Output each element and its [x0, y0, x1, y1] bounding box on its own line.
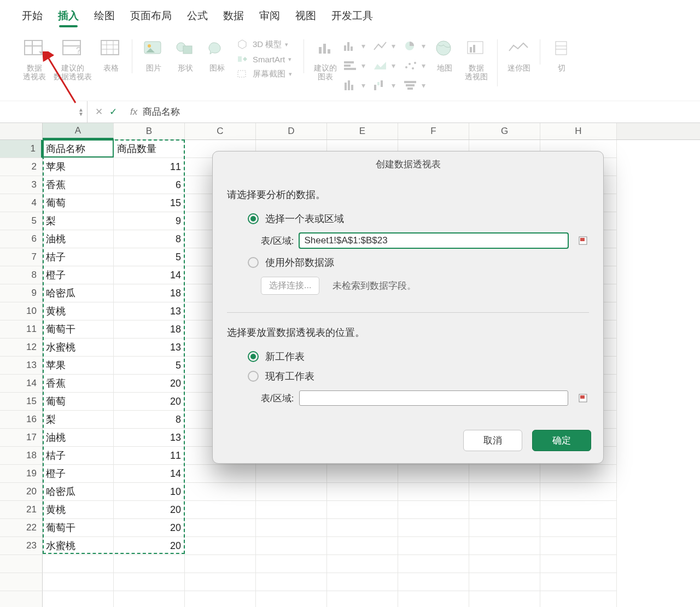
cell[interactable]: 20	[114, 501, 185, 519]
row-header[interactable]: 19	[0, 465, 43, 483]
cell[interactable]: 水蜜桃	[43, 338, 114, 357]
cell[interactable]	[469, 519, 540, 537]
cell[interactable]: 15	[114, 194, 185, 212]
collapse-dialog-icon[interactable]	[577, 235, 589, 247]
cell[interactable]: 香蕉	[43, 176, 114, 194]
radio-select-range[interactable]	[248, 213, 259, 224]
radio-new-sheet[interactable]	[248, 351, 259, 362]
column-header-C[interactable]: C	[185, 123, 256, 139]
tab-data[interactable]: 数据	[223, 9, 244, 27]
name-box[interactable]: ▲▼	[0, 101, 88, 122]
row-header[interactable]: 17	[0, 429, 43, 447]
column-header-H[interactable]: H	[540, 123, 617, 139]
radio-external-source[interactable]	[248, 257, 259, 268]
cell[interactable]: 18	[114, 320, 185, 338]
funnel-icon[interactable]: ▾	[402, 78, 427, 93]
map-button[interactable]: 地图	[429, 36, 460, 72]
cell[interactable]	[327, 483, 398, 501]
cell[interactable]	[185, 483, 256, 501]
cell[interactable]	[540, 465, 617, 483]
cell[interactable]: 商品数量	[114, 140, 185, 158]
cell[interactable]: 葡萄	[43, 393, 114, 411]
cell[interactable]: 桔子	[43, 248, 114, 266]
cell[interactable]: 苹果	[43, 357, 114, 375]
cell[interactable]	[185, 501, 256, 519]
cell[interactable]	[398, 519, 469, 537]
cell[interactable]	[540, 537, 617, 555]
row-header[interactable]: 23	[0, 537, 43, 555]
cell[interactable]	[256, 537, 327, 555]
hist-chart-icon[interactable]: ▾	[341, 78, 366, 93]
row-header[interactable]: 18	[0, 447, 43, 465]
cell[interactable]	[469, 465, 540, 483]
cell[interactable]: 20	[114, 375, 185, 393]
scatter-chart-icon[interactable]: ▾	[402, 58, 427, 73]
column-header-B[interactable]: B	[114, 123, 185, 139]
cell[interactable]	[398, 465, 469, 483]
cell[interactable]	[398, 483, 469, 501]
cell[interactable]: 14	[114, 465, 185, 483]
cell[interactable]: 5	[114, 248, 185, 266]
rec-pivottable-button[interactable]: ? 建议的 数据透视表	[50, 36, 95, 81]
cell[interactable]	[327, 519, 398, 537]
line-chart-icon[interactable]: ▾	[371, 38, 396, 54]
cell[interactable]: 梨	[43, 411, 114, 429]
column-header-D[interactable]: D	[256, 123, 327, 139]
cell[interactable]	[185, 465, 256, 483]
column-header-F[interactable]: F	[398, 123, 469, 139]
cell[interactable]: 商品名称	[43, 140, 114, 158]
tab-view[interactable]: 视图	[295, 9, 316, 27]
row-header[interactable]: 13	[0, 357, 43, 375]
row-header[interactable]: 20	[0, 483, 43, 501]
rec-chart-button[interactable]: 建议的 图表	[310, 36, 341, 81]
row-header[interactable]: 5	[0, 212, 43, 230]
pivotchart-button[interactable]: 数据 透视图	[460, 36, 492, 81]
cell[interactable]: 葡萄干	[43, 519, 114, 537]
cell[interactable]: 20	[114, 537, 185, 555]
row-header[interactable]: 9	[0, 284, 43, 302]
cell[interactable]: 葡萄干	[43, 320, 114, 338]
cell[interactable]: 橙子	[43, 266, 114, 284]
cell[interactable]: 油桃	[43, 429, 114, 447]
sparkline-button[interactable]: 迷你图	[503, 36, 535, 72]
cell[interactable]: 香蕉	[43, 375, 114, 393]
cell[interactable]: 哈密瓜	[43, 483, 114, 501]
shapes-button[interactable]: 形状	[170, 36, 201, 72]
cell[interactable]: 油桃	[43, 230, 114, 248]
cell[interactable]: 梨	[43, 212, 114, 230]
cell[interactable]: 8	[114, 230, 185, 248]
cell[interactable]: 水蜜桃	[43, 537, 114, 555]
cell[interactable]: 18	[114, 284, 185, 302]
pivottable-button[interactable]: 数据 透视表	[19, 36, 50, 81]
tab-layout[interactable]: 页面布局	[130, 9, 172, 27]
cell[interactable]	[256, 465, 327, 483]
slicer-button[interactable]: 切	[546, 36, 578, 72]
row-header[interactable]: 12	[0, 338, 43, 357]
row-header[interactable]: 22	[0, 519, 43, 537]
bar-chart-icon[interactable]: ▾	[341, 38, 366, 54]
cell[interactable]	[398, 501, 469, 519]
column-header-A[interactable]: A	[43, 123, 114, 139]
cancel-button[interactable]: 取消	[463, 430, 522, 451]
row-header[interactable]: 3	[0, 176, 43, 194]
picture-button[interactable]: 图片	[138, 36, 170, 72]
fx-label[interactable]: fx	[125, 107, 143, 118]
area-chart-icon[interactable]: ▾	[371, 58, 396, 73]
row-header[interactable]: 1	[0, 140, 43, 158]
cell[interactable]: 13	[114, 338, 185, 357]
cell[interactable]: 10	[114, 483, 185, 501]
row-header[interactable]: 21	[0, 501, 43, 519]
cell[interactable]: 20	[114, 393, 185, 411]
location-input[interactable]	[299, 390, 568, 406]
confirm-entry-icon[interactable]: ✓	[109, 106, 117, 118]
cell[interactable]: 11	[114, 158, 185, 176]
row-header[interactable]: 4	[0, 194, 43, 212]
cell[interactable]	[327, 537, 398, 555]
cell[interactable]: 黄桃	[43, 501, 114, 519]
row-header[interactable]: 7	[0, 248, 43, 266]
cell[interactable]: 13	[114, 429, 185, 447]
cell[interactable]: 9	[114, 212, 185, 230]
cell[interactable]: 13	[114, 302, 185, 320]
row-header[interactable]: 16	[0, 411, 43, 429]
range-input[interactable]	[299, 233, 568, 248]
